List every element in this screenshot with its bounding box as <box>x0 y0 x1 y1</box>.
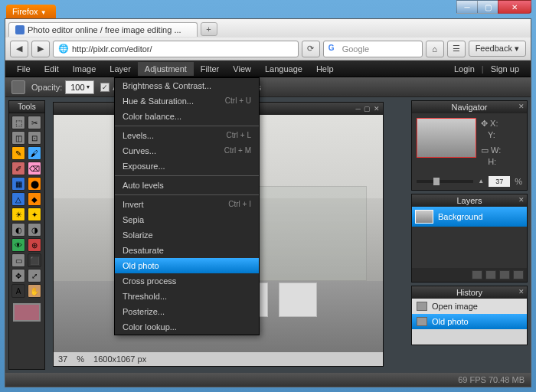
tool-6[interactable]: ✐ <box>11 162 25 175</box>
tool-4[interactable]: ✎ <box>11 146 25 160</box>
tool-21[interactable]: ⤢ <box>28 269 41 283</box>
dd-color-lookup-[interactable]: Color lookup... <box>115 319 259 335</box>
layers-title: Layers <box>456 196 482 205</box>
layer-delete-icon[interactable] <box>513 270 524 279</box>
feedback-button[interactable]: Feedback ▾ <box>469 41 526 57</box>
dd-exposure-[interactable]: Exposure... <box>115 158 259 174</box>
url-text: http://pixlr.com/editor/ <box>72 44 152 54</box>
close-icon[interactable]: ✕ <box>518 196 525 204</box>
dd-curves-[interactable]: Curves...Ctrl + M <box>115 143 259 158</box>
close-icon[interactable]: ✕ <box>518 288 525 296</box>
tool-23[interactable]: ✋ <box>28 284 41 298</box>
layer-row-background[interactable]: Background <box>412 207 527 227</box>
firefox-button[interactable]: Firefox ▼ <box>6 5 56 18</box>
address-bar[interactable]: 🌐 http://pixlr.com/editor/ <box>53 41 299 57</box>
layer-new-icon[interactable] <box>499 270 510 279</box>
navigator-thumbnail[interactable] <box>417 118 476 158</box>
search-box[interactable]: G Google <box>323 41 423 57</box>
menu-view[interactable]: View <box>226 62 258 76</box>
tool-15[interactable]: ◑ <box>28 223 41 237</box>
dd-solarize[interactable]: Solarize <box>115 227 259 243</box>
zoom-value: 37 <box>58 354 67 364</box>
menu-layer[interactable]: Layer <box>103 62 138 76</box>
dd-old-photo[interactable]: Old photo <box>115 258 259 273</box>
tool-11[interactable]: ◆ <box>28 192 41 206</box>
layer-mask-icon[interactable] <box>485 270 496 279</box>
canvas-minimize-icon[interactable]: ─ <box>356 105 361 113</box>
home-button[interactable]: ⌂ <box>426 41 444 57</box>
window-close-button[interactable]: ✕ <box>498 0 531 14</box>
color-swatch[interactable] <box>13 303 41 322</box>
dd-invert[interactable]: InvertCtrl + I <box>115 197 259 212</box>
right-panels: Navigator✕ ✥ X: Y: ▭ W: H: ▲ 37 <box>411 97 531 373</box>
login-link[interactable]: Login <box>447 62 482 76</box>
menu-language[interactable]: Language <box>258 62 309 76</box>
tool-12[interactable]: ☀ <box>11 207 25 221</box>
tool-17[interactable]: ⊕ <box>28 238 41 252</box>
tool-7[interactable]: ⌫ <box>28 162 41 175</box>
search-placeholder: Google <box>342 44 369 54</box>
browser-tab[interactable]: Photo editor online / free image editing… <box>8 22 198 37</box>
canvas-dimensions: 1600x1067 px <box>93 354 146 364</box>
tool-19[interactable]: ⬛ <box>28 253 41 267</box>
tool-10[interactable]: △ <box>11 192 25 206</box>
back-button[interactable]: ◀ <box>10 41 28 57</box>
workspace: Tools ⬚✂◫⊡✎🖌✐⌫▦⬤△◆☀✦◐◑👁⊕▭⬛✥⤢A✋ ─ ▢ ✕ <box>5 97 531 373</box>
reload-button[interactable]: ⟳ <box>302 41 320 57</box>
menu-file[interactable]: File <box>10 62 38 76</box>
tool-16[interactable]: 👁 <box>11 238 25 252</box>
google-icon: G <box>328 44 339 54</box>
menu-edit[interactable]: Edit <box>38 62 66 76</box>
window-maximize-button[interactable]: ▢ <box>477 0 498 14</box>
menu-filter[interactable]: Filter <box>194 62 226 76</box>
menubar: FileEditImageLayerAdjustmentFilterViewLa… <box>5 60 531 77</box>
history-item[interactable]: Old photo <box>412 314 527 329</box>
tool-3[interactable]: ⊡ <box>28 131 41 145</box>
new-tab-button[interactable]: + <box>201 22 217 36</box>
menu-adjustment[interactable]: Adjustment <box>138 62 194 76</box>
dd-cross-process[interactable]: Cross process <box>115 273 259 289</box>
tool-13[interactable]: ✦ <box>28 207 41 221</box>
layers-footer <box>412 268 527 282</box>
tool-9[interactable]: ⬤ <box>28 177 41 191</box>
layer-name: Background <box>438 212 483 221</box>
dd-posterize-[interactable]: Posterize... <box>115 304 259 319</box>
dd-auto-levels[interactable]: Auto levels <box>115 178 259 193</box>
opacity-input[interactable]: 100▾ <box>65 80 94 94</box>
tool-20[interactable]: ✥ <box>11 269 25 283</box>
canvas-close-icon[interactable]: ✕ <box>374 105 380 113</box>
dd-brightness-contrast-[interactable]: Brightness & Contrast... <box>115 78 259 93</box>
opacity-label: Opacity: <box>31 83 62 92</box>
pixlr-editor: FileEditImageLayerAdjustmentFilterViewLa… <box>5 60 531 387</box>
window-minimize-button[interactable]: ─ <box>456 0 478 14</box>
tool-14[interactable]: ◐ <box>11 223 25 237</box>
tool-18[interactable]: ▭ <box>11 253 25 267</box>
dd-color-balance-[interactable]: Color balance... <box>115 109 259 124</box>
tool-22[interactable]: A <box>11 284 25 298</box>
layer-settings-icon[interactable] <box>472 270 482 279</box>
zoom-slider[interactable] <box>417 180 473 183</box>
dd-desaturate[interactable]: Desaturate <box>115 243 259 258</box>
tool-0[interactable]: ⬚ <box>11 116 25 129</box>
dd-sepia[interactable]: Sepia <box>115 212 259 227</box>
menu-image[interactable]: Image <box>66 62 103 76</box>
forward-button[interactable]: ▶ <box>31 41 50 57</box>
dd-hue-saturation-[interactable]: Hue & Saturation...Ctrl + U <box>115 93 259 109</box>
history-item[interactable]: Open image <box>412 299 527 314</box>
tool-8[interactable]: ▦ <box>11 177 25 191</box>
dd-levels-[interactable]: Levels...Ctrl + L <box>115 128 259 143</box>
signup-link[interactable]: Sign up <box>484 62 526 76</box>
tool-preset-icon[interactable] <box>11 80 25 94</box>
window-controls: ─ ▢ ✕ <box>457 0 531 14</box>
history-panel: History✕ Open imageOld photo <box>411 286 528 345</box>
tool-5[interactable]: 🖌 <box>28 146 41 160</box>
tool-1[interactable]: ✂ <box>28 116 41 129</box>
close-icon[interactable]: ✕ <box>518 103 525 110</box>
tool-2[interactable]: ◫ <box>11 131 25 145</box>
navigator-panel: Navigator✕ ✥ X: Y: ▭ W: H: ▲ 37 <box>411 100 528 191</box>
zoom-slider-value[interactable]: 37 <box>489 176 510 187</box>
dd-threshold-[interactable]: Threshold... <box>115 289 259 304</box>
bookmarks-button[interactable]: ☰ <box>447 41 466 57</box>
menu-help[interactable]: Help <box>309 62 341 76</box>
canvas-maximize-icon[interactable]: ▢ <box>364 105 371 113</box>
